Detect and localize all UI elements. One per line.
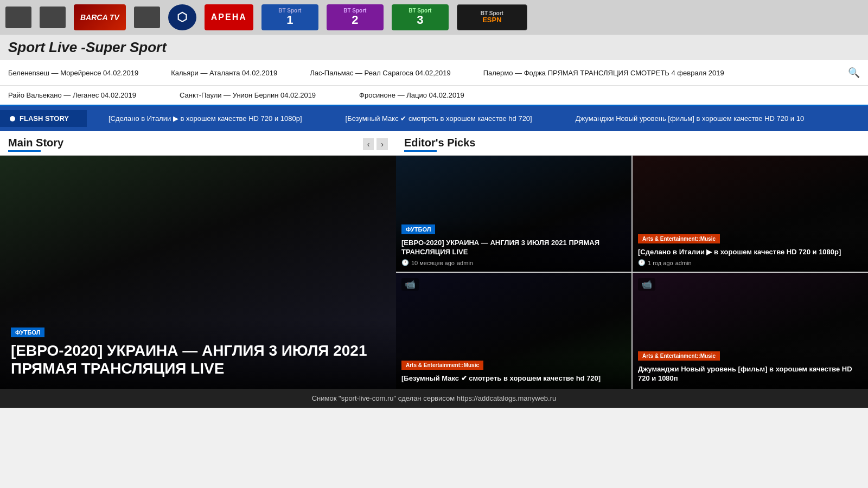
channel-logo-btesp[interactable]: BT Sport ESPN (457, 4, 527, 30)
main-card-category: ФУТБОЛ (11, 328, 44, 337)
flash-item-3[interactable]: Джуманджи Новый уровень [фильм] в хороше… (576, 114, 804, 123)
flash-dot-icon (10, 116, 15, 121)
video-icon-badge-3: 📹 (401, 278, 419, 291)
ticker-row-1: Беленensеш — Морейренсе 04.02.2019 Калья… (0, 60, 868, 86)
editors-picks-section-header: Editor's Picks (404, 137, 860, 149)
pick-card-3-title: [Безумный Макс ✔ смотреть в хорошем каче… (401, 374, 626, 383)
pick-card-3-category: Arts & Entertainment::Music (401, 361, 483, 370)
nav-arrows: ‹ › (363, 138, 388, 150)
pick-card-1[interactable]: ФУТБОЛ [ЕВРО-2020] УКРАИНА — АНГЛИЯ 3 ИЮ… (396, 156, 631, 272)
channel-logo-small3[interactable] (134, 7, 160, 28)
ticker-item-2[interactable]: Кальяри — Аталанта 04.02.2019 (171, 69, 277, 77)
pick-card-2-meta: 🕐 1 год ago admin (638, 259, 863, 266)
pick-card-1-title: [ЕВРО-2020] УКРАИНА — АНГЛИЯ 3 ИЮЛЯ 2021… (401, 239, 626, 257)
ticker-item-3[interactable]: Лас-Пальмас — Реал Сарагоса 04.02,2019 (310, 69, 451, 77)
main-card-overlay: ФУТБОЛ [ЕВРО-2020] УКРАИНА — АНГЛИЯ 3 ИЮ… (0, 319, 396, 389)
channel-logo-barca[interactable]: BARCA TV (74, 4, 126, 30)
pick-card-4-title: Джуманджи Новый уровень [фильм] в хороше… (638, 365, 863, 383)
content-row: ФУТБОЛ [ЕВРО-2020] УКРАИНА — АНГЛИЯ 3 ИЮ… (0, 156, 868, 389)
channel-logo-bt3[interactable]: BT Sport 3 (392, 4, 449, 30)
ticker2-item-3[interactable]: Фросиноне — Лацио 04.02.2019 (359, 91, 464, 99)
pick-card-2[interactable]: Arts & Entertainment::Music [Сделано в И… (633, 156, 868, 272)
ticker2-item-1[interactable]: Райо Вальекано — Леганес 04.02.2019 (8, 91, 136, 99)
editors-picks-underline (404, 150, 437, 152)
channels-top-row: BARCA TV ⬡ АРЕНА BT Sport 1 BT Sport 2 B… (0, 0, 868, 35)
main-content: Main Story ‹ › Editor's Picks ФУТБОЛ [ЕВ… (0, 131, 868, 389)
main-story-underline (8, 150, 41, 152)
pick-card-4-overlay: Arts & Entertainment::Music Джуманджи Но… (633, 346, 868, 389)
main-card-title: [ЕВРО-2020] УКРАИНА — АНГЛИЯ 3 ИЮЛЯ 2021… (11, 342, 385, 378)
flash-item-2[interactable]: [Безумный Макс ✔ смотреть в хорошем каче… (346, 114, 532, 123)
flash-story-bar: FLASH STORY [Сделано в Италии ▶ в хороше… (0, 106, 868, 131)
editors-picks-grid: ФУТБОЛ [ЕВРО-2020] УКРАИНА — АНГЛИЯ 3 ИЮ… (396, 156, 868, 389)
channel-logo-small2[interactable] (40, 7, 66, 28)
pick-card-4-category: Arts & Entertainment::Music (638, 351, 720, 361)
channel-logo-bt2[interactable]: BT Sport 2 (327, 4, 384, 30)
main-story-card[interactable]: ФУТБОЛ [ЕВРО-2020] УКРАИНА — АНГЛИЯ 3 ИЮ… (0, 156, 396, 389)
pick-card-3-overlay: Arts & Entertainment::Music [Безумный Ма… (396, 355, 631, 389)
clock-icon-1: 🕐 (401, 259, 409, 266)
pick-card-2-title: [Сделано в Италии ▶ в хорошем качестве H… (638, 248, 863, 257)
flash-text-area: [Сделано в Италии ▶ в хорошем качестве H… (87, 114, 868, 123)
pick-card-2-category: Arts & Entertainment::Music (638, 234, 720, 243)
channel-logo-small1[interactable] (5, 7, 31, 28)
ticker-item-4[interactable]: Палермо — Фоджа ПРЯМАЯ ТРАНСЛЯЦИЯ СМОТРЕ… (483, 69, 724, 77)
pick-card-2-overlay: Arts & Entertainment::Music [Сделано в И… (633, 229, 868, 272)
pick-card-3[interactable]: 📹 Arts & Entertainment::Music [Безумный … (396, 273, 631, 389)
channel-logo-arena[interactable]: АРЕНА (205, 4, 253, 30)
footer-watermark: Снимок "sport-live-com.ru" сделан сервис… (0, 389, 868, 408)
clock-icon-2: 🕐 (638, 259, 646, 266)
ticker2-item-2[interactable]: Санкт-Паули — Унион Берлин 04.02.2019 (180, 91, 316, 99)
site-title: Sport Live -Super Sport (0, 35, 868, 60)
ticker-item-1[interactable]: Беленensеш — Морейренсе 04.02.2019 (8, 69, 138, 77)
search-icon[interactable]: 🔍 (848, 67, 860, 79)
pick-card-1-meta: 🕐 10 месяцев ago admin (401, 259, 626, 266)
flash-label: FLASH STORY (0, 110, 87, 127)
ticker-row-2: Райо Вальекано — Леганес 04.02.2019 Санк… (0, 86, 868, 106)
nav-prev-button[interactable]: ‹ (363, 138, 374, 150)
main-story-section-header: Main Story (8, 137, 63, 149)
pick-card-1-category: ФУТБОЛ (401, 224, 435, 234)
pick-card-1-overlay: ФУТБОЛ [ЕВРО-2020] УКРАИНА — АНГЛИЯ 3 ИЮ… (396, 220, 631, 272)
nav-next-button[interactable]: › (376, 138, 388, 150)
channel-logo-bt1[interactable]: BT Sport 1 (261, 4, 318, 30)
channel-logo-chelsea[interactable]: ⬡ (168, 4, 196, 30)
pick-card-4[interactable]: 📹 Arts & Entertainment::Music Джуманджи … (633, 273, 868, 389)
video-icon-badge-4: 📹 (638, 278, 655, 291)
flash-item-1[interactable]: [Сделано в Италии ▶ в хорошем качестве H… (108, 114, 302, 123)
